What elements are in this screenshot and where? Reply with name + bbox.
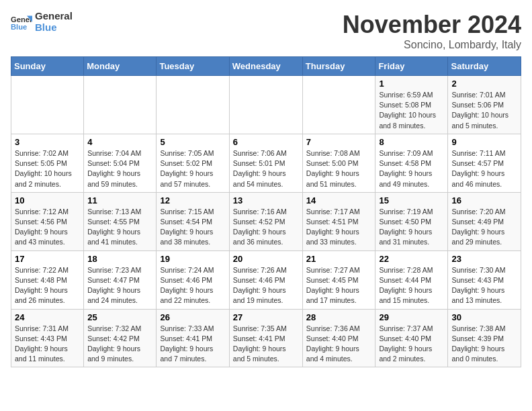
day-number: 18 bbox=[87, 254, 152, 264]
day-info: Sunrise: 7:38 AM Sunset: 4:39 PM Dayligh… bbox=[451, 324, 517, 365]
day-info: Sunrise: 7:26 AM Sunset: 4:46 PM Dayligh… bbox=[233, 265, 299, 306]
weekday-header: Monday bbox=[84, 57, 157, 76]
weekday-header-row: SundayMondayTuesdayWednesdayThursdayFrid… bbox=[11, 57, 521, 76]
calendar-cell: 13Sunrise: 7:16 AM Sunset: 4:52 PM Dayli… bbox=[229, 192, 302, 250]
day-number: 4 bbox=[87, 137, 152, 147]
calendar-cell: 12Sunrise: 7:15 AM Sunset: 4:54 PM Dayli… bbox=[157, 192, 229, 250]
weekday-header: Thursday bbox=[302, 57, 375, 76]
day-info: Sunrise: 7:37 AM Sunset: 4:40 PM Dayligh… bbox=[379, 324, 444, 365]
day-number: 15 bbox=[379, 195, 444, 205]
calendar-table: SundayMondayTuesdayWednesdayThursdayFrid… bbox=[11, 56, 521, 367]
calendar-cell: 1Sunrise: 6:59 AM Sunset: 5:08 PM Daylig… bbox=[375, 76, 448, 134]
calendar-week-row: 1Sunrise: 6:59 AM Sunset: 5:08 PM Daylig… bbox=[11, 76, 521, 134]
day-info: Sunrise: 7:24 AM Sunset: 4:46 PM Dayligh… bbox=[160, 265, 225, 306]
day-info: Sunrise: 7:06 AM Sunset: 5:01 PM Dayligh… bbox=[233, 148, 299, 189]
day-number: 21 bbox=[306, 254, 372, 264]
day-info: Sunrise: 7:30 AM Sunset: 4:43 PM Dayligh… bbox=[451, 265, 517, 306]
day-info: Sunrise: 7:08 AM Sunset: 5:00 PM Dayligh… bbox=[306, 148, 372, 189]
day-number: 6 bbox=[233, 137, 299, 147]
day-number: 14 bbox=[306, 195, 372, 205]
calendar-cell: 19Sunrise: 7:24 AM Sunset: 4:46 PM Dayli… bbox=[157, 250, 229, 309]
day-number: 8 bbox=[379, 137, 444, 147]
calendar-cell: 18Sunrise: 7:23 AM Sunset: 4:47 PM Dayli… bbox=[84, 250, 157, 309]
day-number: 10 bbox=[15, 195, 80, 205]
calendar-cell: 2Sunrise: 7:01 AM Sunset: 5:06 PM Daylig… bbox=[448, 76, 521, 134]
calendar-cell: 27Sunrise: 7:35 AM Sunset: 4:41 PM Dayli… bbox=[229, 309, 302, 367]
calendar-week-row: 17Sunrise: 7:22 AM Sunset: 4:48 PM Dayli… bbox=[11, 250, 521, 309]
day-info: Sunrise: 7:17 AM Sunset: 4:51 PM Dayligh… bbox=[306, 207, 372, 248]
calendar-cell: 11Sunrise: 7:13 AM Sunset: 4:55 PM Dayli… bbox=[84, 192, 157, 250]
calendar-cell: 21Sunrise: 7:27 AM Sunset: 4:45 PM Dayli… bbox=[302, 250, 375, 309]
day-number: 11 bbox=[87, 195, 152, 205]
calendar-week-row: 3Sunrise: 7:02 AM Sunset: 5:05 PM Daylig… bbox=[11, 134, 521, 192]
day-number: 3 bbox=[15, 137, 80, 147]
day-info: Sunrise: 7:20 AM Sunset: 4:49 PM Dayligh… bbox=[451, 207, 517, 248]
day-info: Sunrise: 7:23 AM Sunset: 4:47 PM Dayligh… bbox=[87, 265, 152, 306]
calendar-cell: 3Sunrise: 7:02 AM Sunset: 5:05 PM Daylig… bbox=[11, 134, 84, 192]
day-number: 24 bbox=[15, 312, 80, 322]
day-number: 30 bbox=[451, 312, 517, 322]
day-info: Sunrise: 7:09 AM Sunset: 4:58 PM Dayligh… bbox=[379, 148, 444, 189]
calendar-cell: 5Sunrise: 7:05 AM Sunset: 5:02 PM Daylig… bbox=[157, 134, 229, 192]
weekday-header: Wednesday bbox=[229, 57, 302, 76]
logo-general: General bbox=[35, 11, 73, 22]
day-number: 12 bbox=[160, 195, 225, 205]
calendar-cell bbox=[11, 76, 84, 134]
calendar-cell: 22Sunrise: 7:28 AM Sunset: 4:44 PM Dayli… bbox=[375, 250, 448, 309]
day-info: Sunrise: 7:36 AM Sunset: 4:40 PM Dayligh… bbox=[306, 324, 372, 365]
day-info: Sunrise: 7:19 AM Sunset: 4:50 PM Dayligh… bbox=[379, 207, 444, 248]
calendar-cell: 29Sunrise: 7:37 AM Sunset: 4:40 PM Dayli… bbox=[375, 309, 448, 367]
day-number: 25 bbox=[87, 312, 152, 322]
calendar-cell: 14Sunrise: 7:17 AM Sunset: 4:51 PM Dayli… bbox=[302, 192, 375, 250]
calendar-cell: 17Sunrise: 7:22 AM Sunset: 4:48 PM Dayli… bbox=[11, 250, 84, 309]
calendar-cell bbox=[229, 76, 302, 134]
day-number: 2 bbox=[451, 79, 517, 89]
weekday-header: Saturday bbox=[448, 57, 521, 76]
day-info: Sunrise: 6:59 AM Sunset: 5:08 PM Dayligh… bbox=[379, 90, 444, 131]
calendar-cell bbox=[157, 76, 229, 134]
calendar-cell: 6Sunrise: 7:06 AM Sunset: 5:01 PM Daylig… bbox=[229, 134, 302, 192]
day-info: Sunrise: 7:01 AM Sunset: 5:06 PM Dayligh… bbox=[451, 90, 517, 131]
day-number: 29 bbox=[379, 312, 444, 322]
day-number: 27 bbox=[233, 312, 299, 322]
calendar-cell: 30Sunrise: 7:38 AM Sunset: 4:39 PM Dayli… bbox=[448, 309, 521, 367]
calendar-cell: 15Sunrise: 7:19 AM Sunset: 4:50 PM Dayli… bbox=[375, 192, 448, 250]
day-number: 20 bbox=[233, 254, 299, 264]
day-info: Sunrise: 7:33 AM Sunset: 4:41 PM Dayligh… bbox=[160, 324, 225, 365]
day-info: Sunrise: 7:12 AM Sunset: 4:56 PM Dayligh… bbox=[15, 207, 80, 248]
calendar-cell: 4Sunrise: 7:04 AM Sunset: 5:04 PM Daylig… bbox=[84, 134, 157, 192]
day-number: 1 bbox=[379, 79, 444, 89]
weekday-header: Sunday bbox=[11, 57, 84, 76]
day-info: Sunrise: 7:05 AM Sunset: 5:02 PM Dayligh… bbox=[160, 148, 225, 189]
calendar-cell: 20Sunrise: 7:26 AM Sunset: 4:46 PM Dayli… bbox=[229, 250, 302, 309]
logo: General Blue General Blue bbox=[11, 11, 73, 33]
calendar-cell: 7Sunrise: 7:08 AM Sunset: 5:00 PM Daylig… bbox=[302, 134, 375, 192]
day-number: 13 bbox=[233, 195, 299, 205]
day-number: 5 bbox=[160, 137, 225, 147]
calendar-cell bbox=[302, 76, 375, 134]
day-info: Sunrise: 7:02 AM Sunset: 5:05 PM Dayligh… bbox=[15, 148, 80, 189]
weekday-header: Friday bbox=[375, 57, 448, 76]
calendar-cell: 26Sunrise: 7:33 AM Sunset: 4:41 PM Dayli… bbox=[157, 309, 229, 367]
day-info: Sunrise: 7:04 AM Sunset: 5:04 PM Dayligh… bbox=[87, 148, 152, 189]
day-info: Sunrise: 7:13 AM Sunset: 4:55 PM Dayligh… bbox=[87, 207, 152, 248]
location: Soncino, Lombardy, Italy bbox=[343, 39, 521, 51]
day-number: 17 bbox=[15, 254, 80, 264]
day-number: 26 bbox=[160, 312, 225, 322]
calendar-week-row: 24Sunrise: 7:31 AM Sunset: 4:43 PM Dayli… bbox=[11, 309, 521, 367]
calendar-cell: 28Sunrise: 7:36 AM Sunset: 4:40 PM Dayli… bbox=[302, 309, 375, 367]
weekday-header: Tuesday bbox=[157, 57, 229, 76]
day-info: Sunrise: 7:11 AM Sunset: 4:57 PM Dayligh… bbox=[451, 148, 517, 189]
day-info: Sunrise: 7:15 AM Sunset: 4:54 PM Dayligh… bbox=[160, 207, 225, 248]
logo-blue: Blue bbox=[35, 22, 73, 34]
day-number: 9 bbox=[451, 137, 517, 147]
page-header: General Blue General Blue November 2024 … bbox=[11, 11, 521, 51]
day-number: 22 bbox=[379, 254, 444, 264]
logo-icon: General Blue bbox=[11, 11, 32, 33]
day-info: Sunrise: 7:22 AM Sunset: 4:48 PM Dayligh… bbox=[15, 265, 80, 306]
day-info: Sunrise: 7:31 AM Sunset: 4:43 PM Dayligh… bbox=[15, 324, 80, 365]
title-block: November 2024 Soncino, Lombardy, Italy bbox=[343, 11, 521, 51]
calendar-cell bbox=[84, 76, 157, 134]
calendar-cell: 8Sunrise: 7:09 AM Sunset: 4:58 PM Daylig… bbox=[375, 134, 448, 192]
day-number: 23 bbox=[451, 254, 517, 264]
